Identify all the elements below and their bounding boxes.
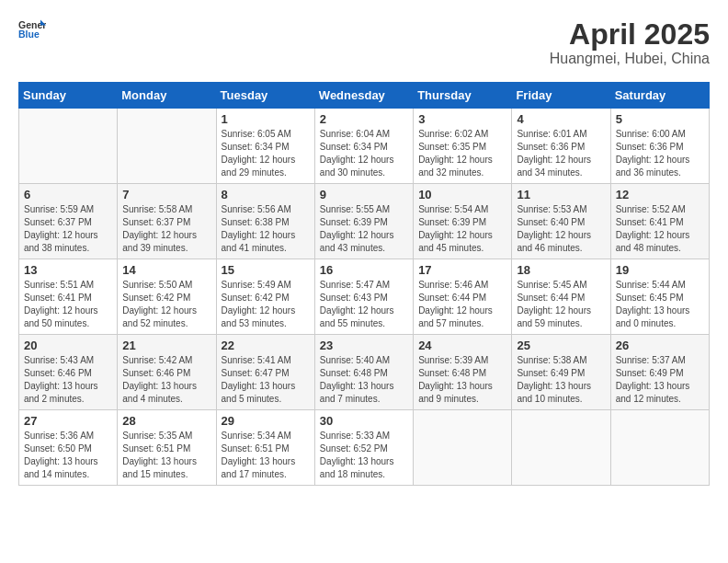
day-info: Sunrise: 6:04 AM Sunset: 6:34 PM Dayligh… xyxy=(320,128,408,179)
day-info: Sunrise: 5:54 AM Sunset: 6:39 PM Dayligh… xyxy=(418,203,506,255)
day-header-wednesday: Wednesday xyxy=(314,83,413,109)
week-row-4: 20Sunrise: 5:43 AM Sunset: 6:46 PM Dayli… xyxy=(19,335,710,410)
day-header-friday: Friday xyxy=(512,83,610,109)
calendar-cell: 17Sunrise: 5:46 AM Sunset: 6:44 PM Dayli… xyxy=(414,259,512,335)
week-row-3: 13Sunrise: 5:51 AM Sunset: 6:41 PM Dayli… xyxy=(19,259,710,335)
calendar-cell: 22Sunrise: 5:41 AM Sunset: 6:47 PM Dayli… xyxy=(216,335,314,410)
day-number: 5 xyxy=(616,112,704,126)
day-info: Sunrise: 6:02 AM Sunset: 6:35 PM Dayligh… xyxy=(418,128,506,179)
calendar-cell: 30Sunrise: 5:33 AM Sunset: 6:52 PM Dayli… xyxy=(314,410,413,486)
day-info: Sunrise: 5:50 AM Sunset: 6:42 PM Dayligh… xyxy=(122,279,210,330)
day-number: 8 xyxy=(222,188,310,201)
day-number: 25 xyxy=(517,339,605,352)
svg-text:Blue: Blue xyxy=(18,29,40,40)
calendar-cell: 6Sunrise: 5:59 AM Sunset: 6:37 PM Daylig… xyxy=(19,184,118,259)
calendar-cell xyxy=(512,410,610,486)
day-info: Sunrise: 5:53 AM Sunset: 6:40 PM Dayligh… xyxy=(517,203,605,255)
day-info: Sunrise: 5:58 AM Sunset: 6:37 PM Dayligh… xyxy=(122,203,210,255)
calendar-cell: 13Sunrise: 5:51 AM Sunset: 6:41 PM Dayli… xyxy=(19,259,118,335)
week-row-1: 1Sunrise: 6:05 AM Sunset: 6:34 PM Daylig… xyxy=(19,109,710,184)
calendar-cell: 14Sunrise: 5:50 AM Sunset: 6:42 PM Dayli… xyxy=(118,259,216,335)
day-number: 6 xyxy=(24,188,112,201)
week-row-5: 27Sunrise: 5:36 AM Sunset: 6:50 PM Dayli… xyxy=(19,410,710,486)
day-number: 24 xyxy=(418,339,506,352)
day-number: 30 xyxy=(320,414,408,428)
calendar-cell: 4Sunrise: 6:01 AM Sunset: 6:36 PM Daylig… xyxy=(512,109,610,184)
day-info: Sunrise: 5:45 AM Sunset: 6:44 PM Dayligh… xyxy=(517,279,605,330)
day-number: 26 xyxy=(616,339,704,352)
calendar-cell xyxy=(118,109,216,184)
day-info: Sunrise: 5:41 AM Sunset: 6:47 PM Dayligh… xyxy=(222,354,310,406)
day-info: Sunrise: 5:40 AM Sunset: 6:48 PM Dayligh… xyxy=(320,354,408,406)
day-info: Sunrise: 5:34 AM Sunset: 6:51 PM Dayligh… xyxy=(222,430,310,481)
calendar-cell: 3Sunrise: 6:02 AM Sunset: 6:35 PM Daylig… xyxy=(414,109,512,184)
day-number: 3 xyxy=(418,112,506,126)
day-info: Sunrise: 5:49 AM Sunset: 6:42 PM Dayligh… xyxy=(222,279,310,330)
calendar-cell: 26Sunrise: 5:37 AM Sunset: 6:49 PM Dayli… xyxy=(610,335,709,410)
calendar-cell: 28Sunrise: 5:35 AM Sunset: 6:51 PM Dayli… xyxy=(118,410,216,486)
day-number: 11 xyxy=(517,188,605,201)
calendar-cell: 21Sunrise: 5:42 AM Sunset: 6:46 PM Dayli… xyxy=(118,335,216,410)
calendar-cell: 9Sunrise: 5:55 AM Sunset: 6:39 PM Daylig… xyxy=(314,184,413,259)
day-info: Sunrise: 6:00 AM Sunset: 6:36 PM Dayligh… xyxy=(616,128,704,179)
day-info: Sunrise: 5:59 AM Sunset: 6:37 PM Dayligh… xyxy=(24,203,112,255)
day-info: Sunrise: 5:55 AM Sunset: 6:39 PM Dayligh… xyxy=(320,203,408,255)
calendar-cell: 29Sunrise: 5:34 AM Sunset: 6:51 PM Dayli… xyxy=(216,410,314,486)
day-number: 23 xyxy=(320,339,408,352)
day-header-sunday: Sunday xyxy=(19,83,118,109)
day-number: 27 xyxy=(24,414,112,428)
title-area: April 2025 Huangmei, Hubei, China xyxy=(550,18,710,67)
day-number: 20 xyxy=(24,339,112,352)
main-title: April 2025 xyxy=(550,18,710,51)
day-number: 2 xyxy=(320,112,408,126)
day-info: Sunrise: 6:05 AM Sunset: 6:34 PM Dayligh… xyxy=(222,128,310,179)
day-header-thursday: Thursday xyxy=(414,83,512,109)
day-number: 13 xyxy=(24,263,112,277)
day-header-saturday: Saturday xyxy=(610,83,709,109)
logo-icon: General Blue xyxy=(18,18,46,40)
calendar-cell: 15Sunrise: 5:49 AM Sunset: 6:42 PM Dayli… xyxy=(216,259,314,335)
day-number: 16 xyxy=(320,263,408,277)
day-info: Sunrise: 5:35 AM Sunset: 6:51 PM Dayligh… xyxy=(122,430,210,481)
day-number: 29 xyxy=(222,414,310,428)
day-info: Sunrise: 5:36 AM Sunset: 6:50 PM Dayligh… xyxy=(24,430,112,481)
day-header-monday: Monday xyxy=(118,83,216,109)
calendar-cell xyxy=(610,410,709,486)
subtitle: Huangmei, Hubei, China xyxy=(550,51,710,67)
day-number: 21 xyxy=(122,339,210,352)
calendar-cell: 10Sunrise: 5:54 AM Sunset: 6:39 PM Dayli… xyxy=(414,184,512,259)
calendar-cell: 1Sunrise: 6:05 AM Sunset: 6:34 PM Daylig… xyxy=(216,109,314,184)
day-info: Sunrise: 5:47 AM Sunset: 6:43 PM Dayligh… xyxy=(320,279,408,330)
day-number: 12 xyxy=(616,188,704,201)
day-info: Sunrise: 5:46 AM Sunset: 6:44 PM Dayligh… xyxy=(418,279,506,330)
calendar-cell xyxy=(414,410,512,486)
calendar-cell: 8Sunrise: 5:56 AM Sunset: 6:38 PM Daylig… xyxy=(216,184,314,259)
day-info: Sunrise: 6:01 AM Sunset: 6:36 PM Dayligh… xyxy=(517,128,605,179)
day-number: 28 xyxy=(122,414,210,428)
day-info: Sunrise: 5:39 AM Sunset: 6:48 PM Dayligh… xyxy=(418,354,506,406)
week-row-2: 6Sunrise: 5:59 AM Sunset: 6:37 PM Daylig… xyxy=(19,184,710,259)
day-number: 10 xyxy=(418,188,506,201)
day-number: 22 xyxy=(222,339,310,352)
calendar-cell: 20Sunrise: 5:43 AM Sunset: 6:46 PM Dayli… xyxy=(19,335,118,410)
calendar-cell: 18Sunrise: 5:45 AM Sunset: 6:44 PM Dayli… xyxy=(512,259,610,335)
calendar-cell: 16Sunrise: 5:47 AM Sunset: 6:43 PM Dayli… xyxy=(314,259,413,335)
day-info: Sunrise: 5:52 AM Sunset: 6:41 PM Dayligh… xyxy=(616,203,704,255)
day-info: Sunrise: 5:43 AM Sunset: 6:46 PM Dayligh… xyxy=(24,354,112,406)
day-info: Sunrise: 5:42 AM Sunset: 6:46 PM Dayligh… xyxy=(122,354,210,406)
day-info: Sunrise: 5:56 AM Sunset: 6:38 PM Dayligh… xyxy=(222,203,310,255)
day-number: 14 xyxy=(122,263,210,277)
day-number: 17 xyxy=(418,263,506,277)
calendar-cell: 7Sunrise: 5:58 AM Sunset: 6:37 PM Daylig… xyxy=(118,184,216,259)
calendar-cell: 23Sunrise: 5:40 AM Sunset: 6:48 PM Dayli… xyxy=(314,335,413,410)
calendar-cell xyxy=(19,109,118,184)
calendar-table: SundayMondayTuesdayWednesdayThursdayFrid… xyxy=(18,82,710,486)
day-info: Sunrise: 5:38 AM Sunset: 6:49 PM Dayligh… xyxy=(517,354,605,406)
logo: General Blue xyxy=(18,18,46,40)
day-info: Sunrise: 5:51 AM Sunset: 6:41 PM Dayligh… xyxy=(24,279,112,330)
calendar-cell: 11Sunrise: 5:53 AM Sunset: 6:40 PM Dayli… xyxy=(512,184,610,259)
day-number: 7 xyxy=(122,188,210,201)
calendar-cell: 5Sunrise: 6:00 AM Sunset: 6:36 PM Daylig… xyxy=(610,109,709,184)
calendar-cell: 2Sunrise: 6:04 AM Sunset: 6:34 PM Daylig… xyxy=(314,109,413,184)
calendar-cell: 27Sunrise: 5:36 AM Sunset: 6:50 PM Dayli… xyxy=(19,410,118,486)
